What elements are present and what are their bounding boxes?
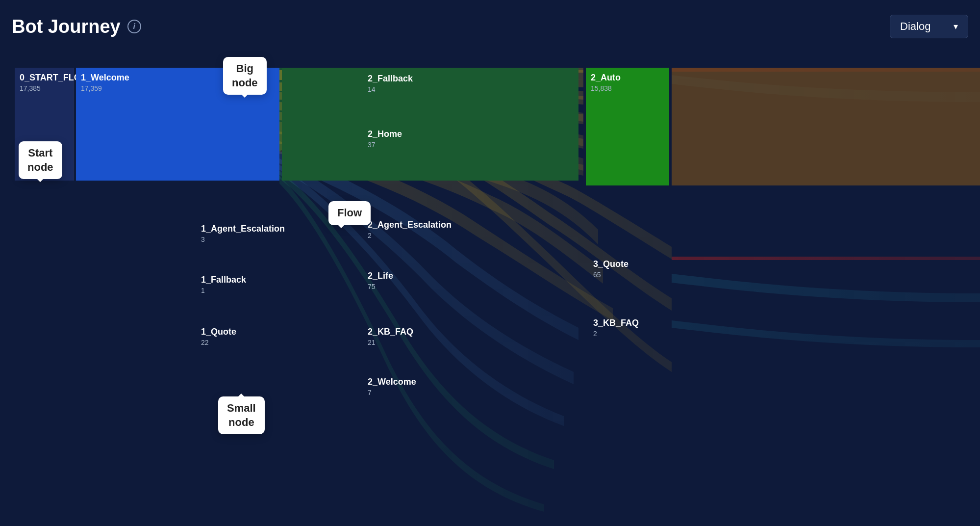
node-label: 2_Welcome (368, 377, 416, 388)
node-count: 15,838 (591, 84, 621, 92)
node-count: 3 (201, 236, 285, 243)
node-2-welcome[interactable]: 2_Welcome 7 (368, 377, 416, 396)
node-count: 22 (201, 339, 236, 346)
node-2-life[interactable]: 2_Life 75 (368, 271, 393, 290)
node-label: 2_Auto (591, 73, 621, 83)
dialog-dropdown[interactable]: Dialog ▾ (890, 15, 968, 38)
node-count: 75 (368, 283, 393, 290)
node-label: 2_Life (368, 271, 393, 282)
node-1-quote[interactable]: 1_Quote 22 (201, 327, 236, 346)
chevron-down-icon: ▾ (954, 21, 958, 32)
node-2-fallback[interactable]: 2_Fallback 14 (368, 74, 413, 93)
node-2-agent-escalation[interactable]: 2_Agent_Escalation 2 (368, 220, 452, 239)
node-2-home[interactable]: 2_Home 37 (368, 129, 402, 149)
node-2-kb-faq[interactable]: 2_KB_FAQ 21 (368, 327, 413, 346)
node-2-auto[interactable]: 2_Auto 15,838 (586, 68, 669, 185)
tooltip-flow: Flow (328, 201, 371, 225)
tooltip-big-node: Bignode (223, 57, 267, 95)
page-title: Bot Journey i (12, 16, 141, 37)
tooltip-small-node: Smallnode (218, 396, 265, 434)
node-count: 1 (201, 287, 246, 294)
node-1-agent-escalation[interactable]: 1_Agent_Escalation 3 (201, 224, 285, 243)
node-label: 2_KB_FAQ (368, 327, 413, 338)
header: Bot Journey i Dialog ▾ (0, 0, 980, 53)
node-label: 2_Home (368, 129, 402, 140)
node-1-fallback[interactable]: 1_Fallback 1 (201, 275, 246, 294)
title-text: Bot Journey (12, 16, 121, 37)
node-3-quote[interactable]: 3_Quote 65 (593, 259, 628, 279)
node-count: 14 (368, 85, 413, 93)
node-2-large-green (282, 68, 578, 181)
node-count: 21 (368, 339, 413, 346)
node-count: 2 (593, 330, 639, 338)
visualization-area: 0_START_FLOW 17,385 1_Welcome 17,359 2_A… (0, 53, 980, 526)
node-label: 2_Agent_Escalation (368, 220, 452, 231)
tooltip-start-node: Startnode (19, 141, 62, 179)
node-label: 1_Welcome (81, 73, 129, 83)
node-count: 37 (368, 141, 402, 149)
overflow-area (672, 68, 980, 185)
node-label: 1_Agent_Escalation (201, 224, 285, 235)
node-count: 65 (593, 271, 628, 279)
node-count: 17,359 (81, 84, 129, 92)
node-label: 1_Fallback (201, 275, 246, 286)
node-label: 3_KB_FAQ (593, 318, 639, 329)
node-3-kb-faq[interactable]: 3_KB_FAQ 2 (593, 318, 639, 338)
info-icon[interactable]: i (127, 20, 141, 33)
node-label: 2_Fallback (368, 74, 413, 84)
node-count: 7 (368, 389, 416, 396)
node-count: 2 (368, 232, 452, 239)
node-label: 1_Quote (201, 327, 236, 338)
node-label: 3_Quote (593, 259, 628, 270)
